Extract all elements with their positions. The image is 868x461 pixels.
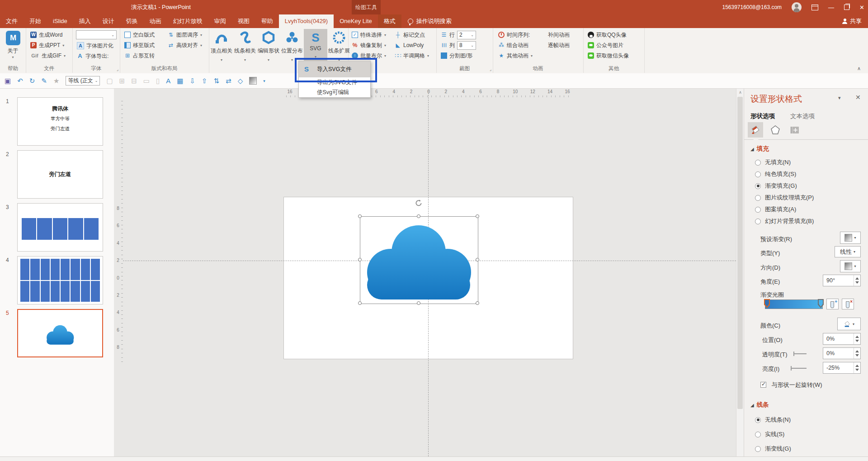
fill-option-row[interactable]: 图片或纹理填充(P) (755, 192, 814, 204)
ribbon-display-options-icon[interactable] (811, 5, 818, 10)
radio-icon[interactable] (755, 183, 761, 189)
rotate-handle-icon[interactable] (415, 199, 423, 207)
get-wechat-avatar-button[interactable]: 获取微信头像 (586, 51, 631, 61)
radio-icon[interactable] (755, 417, 761, 423)
color-button[interactable]: ▾ (837, 318, 861, 330)
ribbon-tab[interactable]: 插入 (73, 14, 97, 28)
generate-gif-button[interactable]: Gif 生成GIF ▾ (28, 51, 67, 61)
preset-gradient-button[interactable]: ▾ (840, 232, 861, 244)
brightness-spinner[interactable]: -25% (823, 362, 861, 374)
generate-word-button[interactable]: W 生成Word (28, 30, 67, 40)
toolbar-icon[interactable]: ⊞ (119, 76, 125, 86)
other-animation-button[interactable]: ★ 其他动画 ▾ (496, 51, 534, 61)
menu-item-make-svg-editable[interactable]: 使Svg可编辑 (299, 87, 370, 97)
gradient-stop-selected[interactable] (764, 299, 770, 308)
slide-thumbnail-4[interactable] (17, 256, 103, 304)
resize-handle-se[interactable] (476, 301, 479, 305)
ribbon-tab[interactable]: 切换 (120, 14, 144, 28)
toolbar-icon[interactable]: ⊟ (131, 76, 137, 86)
tell-me-search[interactable]: 操作说明搜索 (401, 14, 458, 28)
pane-close-icon[interactable]: ✕ (855, 94, 861, 101)
tab-shape-options[interactable]: 形状选项 (750, 112, 775, 120)
fill-section-header[interactable]: ◢填充 (750, 145, 769, 153)
rows-combo[interactable]: 2⌄ (457, 31, 476, 39)
vertical-scrollbar[interactable]: ∧ ∨ « « (736, 89, 744, 456)
toolbar-icon[interactable]: A (166, 76, 170, 86)
toolbar-icon[interactable]: ✎ (41, 76, 47, 86)
radio-icon[interactable] (755, 219, 761, 224)
radio-icon[interactable] (755, 207, 761, 213)
share-button[interactable]: 共享 (836, 14, 868, 28)
about-dropdown-arrow[interactable]: ▾ (0, 55, 26, 59)
resize-handle-w[interactable] (358, 258, 362, 261)
ribbon-tab[interactable]: 开始 (24, 14, 47, 28)
fill-option-row[interactable]: 无填充(N) (755, 157, 814, 168)
toolbar-icon[interactable]: ▭ (143, 76, 150, 86)
toolbar-icon[interactable]: ⇄ (226, 76, 231, 86)
toolbar-icon[interactable]: ↻ (29, 76, 35, 86)
fill-option-row[interactable]: 幻灯片背景填充(B) (755, 215, 814, 227)
about-button[interactable]: 关于 (0, 47, 26, 55)
toolbar-icon[interactable]: ↶ (17, 76, 23, 86)
transparency-slider[interactable] (794, 353, 807, 354)
toolbar-icon[interactable]: ★ (53, 76, 59, 86)
frame-animation-button[interactable]: 逐帧动画 (546, 40, 571, 50)
mark-intersection-button[interactable]: ┼ 标记交点 (393, 30, 431, 40)
ribbon-tab[interactable]: 幻灯片放映 (167, 14, 208, 28)
font-combo[interactable]: 等线 (正文⌄ (66, 76, 100, 86)
gradient-fill-icon[interactable] (249, 77, 257, 85)
vertex-tools-button[interactable]: 顶点相关▾ (210, 29, 233, 71)
font-to-image-button[interactable]: A 字体图片化 (75, 41, 115, 51)
ribbon-tab[interactable]: iSlide (47, 14, 73, 28)
lvyhtools-logo-icon[interactable]: M (6, 31, 20, 45)
line-tools-button[interactable]: 线条相关▾ (233, 29, 257, 71)
position-spinner[interactable]: 0% (823, 333, 861, 345)
ribbon-tab[interactable]: 动画 (144, 14, 167, 28)
toolbar-icon[interactable]: ▣ (5, 76, 11, 86)
user-avatar[interactable] (792, 2, 802, 12)
cols-combo[interactable]: 8⌄ (457, 41, 476, 50)
radio-icon[interactable] (755, 195, 761, 201)
line-section-header[interactable]: ◢线条 (750, 401, 769, 409)
placeholder-shape-convert-button[interactable]: ⊞ 占形互转 (123, 51, 156, 61)
resize-handle-s[interactable] (417, 301, 420, 305)
chevron-down-icon[interactable]: ▾ (263, 76, 265, 86)
toolbar-icon[interactable]: ▢ (106, 76, 113, 86)
blank-layout-button[interactable]: 空白版式 (123, 30, 156, 40)
type-combo[interactable]: 线性▾ (835, 246, 861, 257)
toolbar-icon[interactable]: ◇ (238, 76, 243, 86)
ribbon-tab[interactable]: 审阅 (208, 14, 232, 28)
radio-icon[interactable] (755, 171, 761, 177)
direction-button[interactable]: ▾ (840, 260, 861, 272)
pane-options-chevron-icon[interactable]: ▾ (838, 95, 841, 101)
font-picker-combo[interactable]: ⌄ (76, 30, 117, 39)
gradient-stop[interactable] (818, 299, 824, 308)
toolbar-icon[interactable]: ⇩ (189, 76, 195, 86)
collapse-ribbon-icon[interactable]: ∧ (857, 66, 861, 71)
radio-icon[interactable] (755, 432, 761, 437)
group-animation-button[interactable]: ⁂ 组合动画 (496, 40, 534, 50)
resize-handle-nw[interactable] (358, 214, 362, 218)
brightness-slider[interactable] (791, 368, 807, 369)
time-sequence-button[interactable]: 时间序列: (496, 30, 534, 40)
edit-shape-button[interactable]: 编辑形状▾ (257, 29, 280, 71)
tab-text-options[interactable]: 文本选项 (790, 112, 815, 120)
resize-handle-sw[interactable] (358, 301, 362, 305)
rotate-with-shape-row[interactable]: 与形状一起旋转(W) (760, 381, 822, 389)
minimize-button[interactable]: — (828, 4, 834, 11)
special-select-button[interactable]: ✓ 特殊选择 ▾ (350, 30, 388, 40)
size-properties-category-button[interactable] (788, 122, 803, 138)
move-to-layout-button[interactable]: 移至版式 (123, 40, 156, 50)
slide-thumbnail-5[interactable] (17, 309, 103, 357)
lowpoly-button[interactable]: ◣ LowPoly (393, 40, 431, 50)
generate-ppt-button[interactable]: P 生成PPT ▾ (28, 40, 67, 50)
radio-icon[interactable] (755, 160, 761, 166)
ribbon-tab[interactable]: 文件 (0, 14, 24, 28)
radio-icon[interactable] (755, 446, 761, 452)
effects-category-button[interactable] (768, 122, 783, 138)
ribbon-tab[interactable]: 帮助 (255, 14, 279, 28)
toolbar-icon[interactable]: ▯ (156, 76, 160, 86)
slide-thumbnail-2[interactable]: 旁门左道 (17, 150, 103, 199)
get-qq-avatar-button[interactable]: 获取QQ头像 (586, 30, 631, 40)
transparency-spinner[interactable]: 0% (823, 347, 861, 359)
